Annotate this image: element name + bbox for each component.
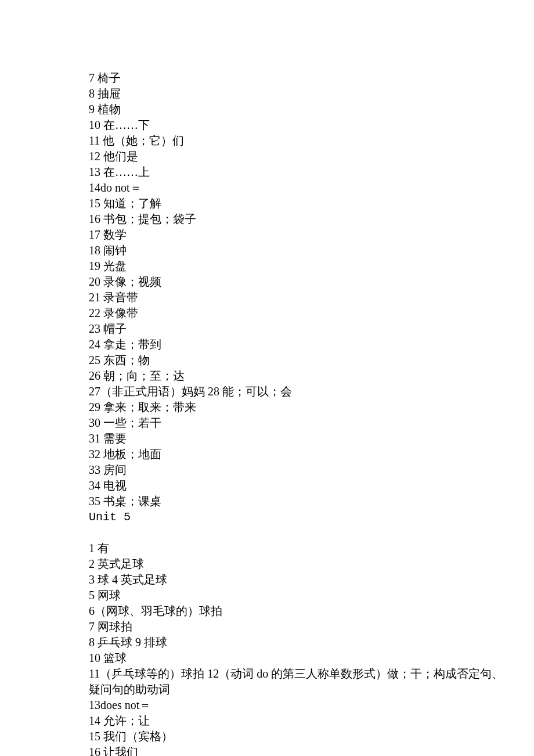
text-line: 13does not＝	[89, 697, 447, 713]
text-line: 11（乒乓球等的）球拍 12（动词 do 的第三人称单数形式）做；干；构成否定句…	[89, 666, 447, 682]
text-line: 2 英式足球	[89, 556, 447, 572]
text-line: 疑问句的助动词	[89, 682, 447, 697]
text-line: 34 电视	[89, 478, 447, 494]
text-line: 23 帽子	[89, 321, 447, 337]
text-line: 26 朝；向；至；达	[89, 368, 447, 384]
text-line: 15 我们（宾格）	[89, 729, 447, 744]
text-line: 19 光盘	[89, 258, 447, 274]
text-line: 6（网球、羽毛球的）球拍	[89, 603, 447, 619]
text-line: 35 书桌；课桌	[89, 494, 447, 509]
text-line: 27（非正式用语）妈妈 28 能；可以；会	[89, 384, 447, 399]
text-line: 14 允许；让	[89, 713, 447, 729]
text-line: 16 书包；提包；袋子	[89, 211, 447, 227]
text-line: 33 房间	[89, 462, 447, 478]
text-line: 20 录像；视频	[89, 274, 447, 290]
text-line: 13 在……上	[89, 164, 447, 180]
document-body: 7 椅子8 抽屉9 植物10 在……下11 他（她；它）们12 他们是13 在……	[89, 70, 447, 756]
text-line: 16 让我们	[89, 744, 447, 756]
text-line: 30 一些；若干	[89, 415, 447, 431]
text-line: 18 闹钟	[89, 243, 447, 258]
text-line: 7 椅子	[89, 70, 447, 86]
text-line: 15 知道；了解	[89, 196, 447, 211]
text-line: 24 拿走；带到	[89, 337, 447, 352]
text-line: 31 需要	[89, 431, 447, 447]
text-line: 1 有	[89, 541, 447, 556]
text-line: 8 抽屉	[89, 86, 447, 102]
text-line	[89, 525, 447, 541]
text-line: 10 篮球	[89, 650, 447, 666]
text-line: 29 拿来；取来；带来	[89, 399, 447, 415]
text-line: 25 东西；物	[89, 352, 447, 368]
text-line: 17 数学	[89, 227, 447, 243]
text-line: 11 他（她；它）们	[89, 133, 447, 149]
text-line: 21 录音带	[89, 290, 447, 305]
text-line: 12 他们是	[89, 149, 447, 164]
text-line: 7 网球拍	[89, 619, 447, 635]
text-line: 3 球 4 英式足球	[89, 572, 447, 588]
text-line: 10 在……下	[89, 117, 447, 133]
text-line: 5 网球	[89, 588, 447, 603]
text-line: 22 录像带	[89, 305, 447, 321]
text-line: 9 植物	[89, 102, 447, 117]
text-line: Unit 5	[89, 509, 447, 525]
text-line: 8 乒乓球 9 排球	[89, 635, 447, 650]
text-line: 32 地板；地面	[89, 447, 447, 462]
text-line: 14do not＝	[89, 180, 447, 196]
